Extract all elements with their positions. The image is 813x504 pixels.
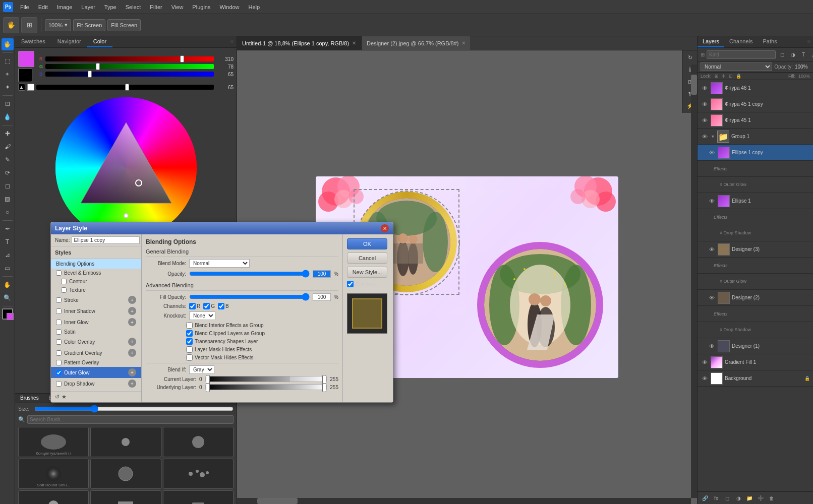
satin-checkbox[interactable] (56, 329, 62, 335)
layer-effects-ellipse1copy[interactable]: Effects (698, 161, 813, 177)
brush-size-slider[interactable] (34, 405, 234, 413)
channel-b-checkbox[interactable] (218, 303, 224, 309)
make-default-icon[interactable]: ★ (62, 394, 67, 400)
brush-item-5[interactable] (90, 459, 161, 489)
inner-glow-add-btn[interactable]: + (128, 318, 136, 326)
r-slider[interactable] (45, 56, 214, 61)
layer-ellipse1[interactable]: 👁 Ellipse 1 (698, 193, 813, 209)
layer-outer-glow-1[interactable]: ⌗ Outer Glow (698, 177, 813, 193)
layer-vis-figura45[interactable]: 👁 (701, 116, 709, 124)
color-triangle[interactable] (76, 117, 177, 218)
zoom-dropdown[interactable]: 100% ▾ (45, 19, 71, 31)
layer-designer3[interactable]: 👁 Designer (3) (698, 241, 813, 258)
layer-effects-ellipse1[interactable]: Effects (698, 209, 813, 225)
inner-glow-checkbox[interactable] (56, 320, 62, 325)
menu-layer[interactable]: Layer (77, 3, 99, 11)
menu-view[interactable]: View (167, 3, 188, 11)
layer-vis-ellipse1copy[interactable]: 👁 (708, 149, 716, 157)
brush-item-3[interactable] (163, 427, 234, 457)
color-overlay-add-btn[interactable]: + (128, 338, 136, 346)
delete-layer-btn[interactable]: 🗑 (767, 493, 776, 502)
layer-vis-gradient[interactable]: 👁 (701, 358, 709, 366)
brush-item-conceptual[interactable]: Концептуальний і г (18, 427, 89, 457)
new-group-btn[interactable]: 📁 (745, 493, 754, 502)
tool-magic-wand[interactable]: ✦ (2, 81, 14, 93)
blend-mode-dialog-select[interactable]: Normal (189, 259, 250, 268)
fill-opacity-input[interactable] (313, 293, 331, 301)
blend-clipped-checkbox[interactable] (186, 330, 193, 337)
filter-type-btn[interactable]: T (799, 50, 808, 59)
style-item-satin[interactable]: Satin (51, 328, 141, 336)
style-item-texture[interactable]: Texture (51, 286, 141, 294)
tool-gradient[interactable]: ▨ (2, 193, 14, 205)
menu-filter[interactable]: Filter (146, 3, 166, 11)
lock-pixel-icon[interactable]: ⊞ (715, 74, 719, 79)
pattern-overlay-checkbox[interactable] (56, 360, 62, 365)
underlying-layer-slider[interactable] (205, 384, 327, 390)
add-mask-btn[interactable]: ◻ (723, 493, 732, 502)
transparency-shapes-checkbox[interactable] (186, 338, 193, 345)
stroke-checkbox[interactable] (56, 297, 62, 303)
move-tool-btn[interactable]: 🖐 (3, 17, 19, 33)
opacity-dialog-slider[interactable] (189, 270, 310, 278)
options-btn[interactable]: ⊞ (21, 17, 37, 33)
brush-item-2[interactable] (90, 427, 161, 457)
fill-opacity-slider[interactable] (189, 293, 310, 301)
fill-screen-btn[interactable]: Fill Screen (107, 19, 141, 31)
lock-artboard-icon[interactable]: ⊡ (729, 74, 733, 79)
contour-checkbox[interactable] (61, 279, 67, 284)
tool-eraser[interactable]: ◻ (2, 180, 14, 192)
preview-checkbox[interactable] (347, 281, 354, 287)
brush-item-soft-round[interactable]: Soft Round Smu... (18, 459, 89, 489)
menu-select[interactable]: Select (122, 3, 145, 11)
layer-vis-designer1[interactable]: 👁 (708, 342, 716, 350)
style-item-blending[interactable]: Blending Options (51, 259, 141, 269)
tool-lasso[interactable]: ⌖ (2, 68, 14, 80)
menu-file[interactable]: File (16, 3, 33, 11)
tool-history[interactable]: ⟳ (2, 167, 14, 179)
v-scrollbar[interactable] (691, 65, 697, 498)
layer-designer2[interactable]: 👁 Designer (2) (698, 290, 813, 306)
background-swatch[interactable] (18, 68, 32, 82)
layer-drop-shadow-designer2[interactable]: ⌗ Drop Shadow (698, 322, 813, 338)
style-item-bevel[interactable]: Bevel & Emboss (51, 269, 141, 277)
current-layer-slider[interactable] (205, 376, 327, 382)
menu-plugins[interactable]: Plugins (188, 3, 214, 11)
style-item-outer-glow[interactable]: Outer Glow + (51, 367, 141, 378)
new-layer-btn[interactable]: ➕ (756, 493, 765, 502)
add-style-btn[interactable]: fx (712, 493, 721, 502)
tool-pen[interactable]: ✒ (2, 223, 14, 235)
inner-shadow-checkbox[interactable] (56, 308, 62, 314)
hue-indicator[interactable] (124, 213, 129, 218)
tool-type[interactable]: T (2, 236, 14, 248)
menu-help[interactable]: Help (245, 3, 264, 11)
tab-paths[interactable]: Paths (758, 36, 782, 47)
layer-drop-shadow-ellipse1[interactable]: ⌗ Drop Shadow (698, 225, 813, 241)
layer-group1[interactable]: 👁 ▼ 📁 Group 1 (698, 129, 813, 145)
tool-hand[interactable]: ✋ (2, 279, 14, 291)
dialog-close-btn[interactable]: ✕ (381, 224, 389, 232)
tool-shape[interactable]: ▭ (2, 262, 14, 274)
tool-spot-heal[interactable]: ✚ (2, 128, 14, 140)
brush-search-input[interactable] (27, 415, 234, 424)
new-style-button[interactable]: New Style... (347, 267, 387, 278)
brush-item-9[interactable] (163, 490, 234, 504)
drop-shadow-add-btn[interactable]: + (128, 380, 136, 388)
foreground-swatch[interactable] (18, 51, 34, 67)
style-item-contour[interactable]: Contour (51, 277, 141, 286)
cancel-button[interactable]: Cancel (347, 253, 387, 264)
h-scroll-thumb[interactable] (257, 498, 298, 504)
link-layers-btn[interactable]: 🔗 (701, 493, 710, 502)
brush-item-hard[interactable]: Жорсткий, круглий (18, 490, 89, 504)
blend-if-select[interactable]: Gray (189, 365, 214, 374)
b-slider[interactable] (45, 72, 214, 77)
tab-swatches[interactable]: Swatches (15, 36, 51, 47)
underlying-left-thumb[interactable] (206, 383, 210, 392)
menu-type[interactable]: Type (100, 3, 121, 11)
layer-gradient-fill[interactable]: 👁 Gradient Fill 1 (698, 354, 813, 370)
layers-menu-btn[interactable]: ≡ (805, 36, 813, 47)
g-slider[interactable] (45, 64, 214, 69)
layer-background[interactable]: 👁 Background 🔒 (698, 370, 813, 387)
knockout-select[interactable]: None (189, 311, 215, 320)
inner-shadow-add-btn[interactable]: + (128, 307, 136, 315)
